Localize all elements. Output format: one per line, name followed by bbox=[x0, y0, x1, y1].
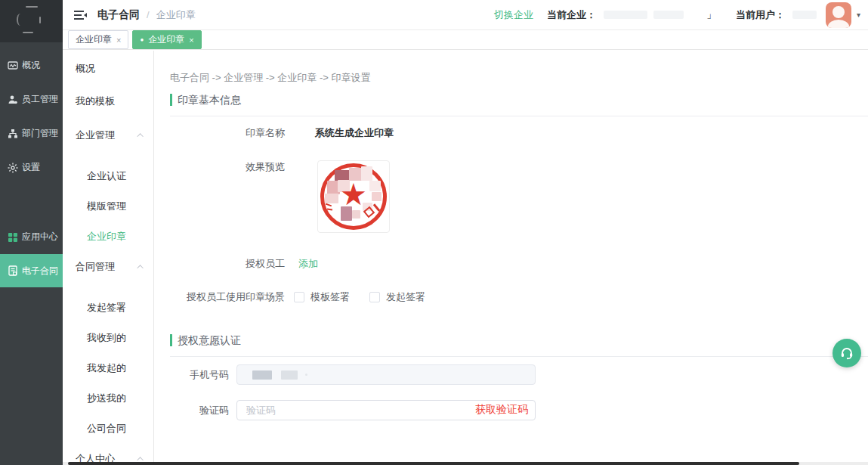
menu-item-label: 模版管理 bbox=[87, 200, 126, 213]
menu-item-cc-me[interactable]: 抄送我的 bbox=[63, 383, 153, 414]
company-logo bbox=[0, 0, 63, 42]
sidebar-item-label: 电子合同 bbox=[22, 265, 58, 277]
menu-item-initiated[interactable]: 我发起的 bbox=[63, 353, 153, 383]
current-user-label: 当前用户： bbox=[736, 8, 785, 22]
scene-label: 授权员工使用印章场景 bbox=[170, 290, 285, 304]
checkbox-label: 模板签署 bbox=[310, 290, 350, 304]
close-icon[interactable]: × bbox=[189, 36, 193, 45]
settings-icon bbox=[7, 162, 18, 173]
menu-item-label: 公司合同 bbox=[87, 422, 126, 436]
overview-icon bbox=[7, 60, 18, 71]
tab-enterprise-seal[interactable]: 企业印章 × bbox=[68, 30, 128, 49]
logo-mark bbox=[39, 17, 41, 23]
template-sign-checkbox[interactable] bbox=[294, 292, 304, 302]
company-name-suffix: 」 bbox=[706, 8, 716, 22]
menu-item-label: 我的模板 bbox=[76, 95, 115, 108]
menu-item-received[interactable]: 我收到的 bbox=[63, 323, 153, 353]
checkbox-group-template-sign: 模板签署 bbox=[294, 290, 350, 304]
avatar-body-shape bbox=[828, 20, 849, 28]
menu-item-initiate-signing[interactable]: 发起签署 bbox=[63, 293, 153, 323]
phone-input-disabled bbox=[236, 364, 536, 385]
menu-item-label: 合同管理 bbox=[76, 260, 115, 274]
sidebar-item-label: 概况 bbox=[22, 59, 40, 72]
form-row-code: 验证码 获取验证码 bbox=[170, 400, 868, 420]
menu-item-company-contracts[interactable]: 公司合同 bbox=[63, 414, 153, 444]
menu-item-overview[interactable]: 概况 bbox=[63, 54, 153, 84]
menu-item-label: 企业管理 bbox=[76, 129, 115, 142]
tab-label: 企业印章 bbox=[148, 33, 184, 46]
avatar-head-shape bbox=[832, 6, 845, 18]
divider bbox=[170, 116, 868, 116]
primary-nav: 概况 员工管理 部门管理 设置 bbox=[0, 42, 63, 287]
switch-company-link[interactable]: 切换企业 bbox=[494, 8, 533, 22]
tab-label: 企业印章 bbox=[76, 33, 112, 46]
redacted-user-name bbox=[792, 11, 817, 19]
menu-item-label: 企业印章 bbox=[87, 230, 126, 243]
e-contract-icon bbox=[7, 265, 18, 277]
scrollbar-thumb[interactable] bbox=[68, 462, 799, 465]
sidebar-item-label: 应用中心 bbox=[22, 231, 58, 243]
menu-item-label: 我发起的 bbox=[87, 361, 126, 375]
sidebar-item-employees[interactable]: 员工管理 bbox=[0, 82, 63, 116]
menu-item-my-templates[interactable]: 我的模板 bbox=[63, 86, 153, 116]
sidebar-item-e-contract[interactable]: 电子合同 bbox=[0, 254, 63, 287]
menu-item-label: 概况 bbox=[76, 62, 95, 76]
app-window: 概况 员工管理 部门管理 设置 bbox=[0, 0, 868, 465]
menu-item-enterprise-management[interactable]: 企业管理 bbox=[63, 120, 153, 150]
checkbox-label: 发起签署 bbox=[386, 290, 425, 304]
chevron-up-icon bbox=[137, 133, 143, 139]
menu-item-label: 发起签署 bbox=[87, 301, 126, 315]
sidebar-item-label: 部门管理 bbox=[22, 127, 58, 140]
checkbox-group-initiate-sign: 发起签署 bbox=[369, 290, 425, 304]
seal-preview-image: ★ bbox=[317, 160, 390, 233]
code-input-wrap: 获取验证码 bbox=[236, 400, 536, 420]
sidebar-item-label: 设置 bbox=[22, 161, 40, 174]
sidebar-item-settings[interactable]: 设置 bbox=[0, 150, 63, 184]
primary-sidebar: 概况 员工管理 部门管理 设置 bbox=[0, 0, 63, 465]
breadcrumb-current-page: 企业印章 bbox=[156, 8, 196, 22]
user-avatar[interactable] bbox=[826, 2, 851, 28]
customer-service-button[interactable] bbox=[832, 339, 861, 367]
seal-mosaic-block bbox=[352, 210, 360, 219]
menu-item-template-management[interactable]: 模版管理 bbox=[63, 191, 153, 222]
redacted-phone-block bbox=[305, 374, 307, 376]
sidebar-item-overview[interactable]: 概况 bbox=[0, 48, 63, 82]
collapse-menu-icon[interactable] bbox=[73, 9, 88, 21]
horizontal-scrollbar bbox=[63, 462, 868, 465]
get-code-button[interactable]: 获取验证码 bbox=[475, 403, 528, 417]
menu-item-label: 企业认证 bbox=[87, 169, 126, 183]
authorized-staff-label: 授权员工 bbox=[170, 257, 285, 271]
form-row-phone: 手机号码 bbox=[170, 364, 868, 385]
chevron-up-icon bbox=[137, 265, 143, 271]
redacted-company-name bbox=[653, 11, 684, 19]
employees-icon bbox=[7, 94, 18, 105]
preview-label: 效果预览 bbox=[170, 160, 285, 174]
sidebar-item-departments[interactable]: 部门管理 bbox=[0, 116, 63, 150]
section-title-seal-info: 印章基本信息 bbox=[170, 94, 868, 106]
breadcrumb-separator: / bbox=[147, 9, 150, 20]
menu-item-enterprise-certification[interactable]: 企业认证 bbox=[63, 161, 153, 191]
menu-item-contract-management[interactable]: 合同管理 bbox=[63, 252, 153, 282]
close-icon[interactable]: × bbox=[116, 36, 121, 45]
add-staff-link[interactable]: 添加 bbox=[298, 257, 318, 271]
seal-name-value: 系统生成企业印章 bbox=[315, 126, 394, 140]
seal-name-label: 印章名称 bbox=[170, 126, 285, 140]
header-app-title: 电子合同 bbox=[97, 8, 140, 22]
initiate-sign-checkbox[interactable] bbox=[369, 292, 380, 302]
headset-icon bbox=[839, 346, 854, 361]
menu-item-label: 抄送我的 bbox=[87, 392, 126, 405]
tab-enterprise-seal-active[interactable]: ● 企业印章 × bbox=[132, 30, 201, 49]
header-right-group: 切换企业 当前企业： 」 当前用户： ▾ bbox=[494, 2, 860, 28]
form-row-seal-scene: 授权员工使用印章场景 模板签署 发起签署 bbox=[170, 290, 868, 304]
logo-mark bbox=[26, 6, 38, 8]
menu-item-enterprise-seal[interactable]: 企业印章 bbox=[63, 222, 153, 252]
sidebar-item-app-center[interactable]: 应用中心 bbox=[0, 220, 63, 254]
menu-item-label: 我收到的 bbox=[87, 331, 126, 345]
code-label: 验证码 bbox=[170, 404, 229, 417]
sidebar-item-label: 员工管理 bbox=[22, 93, 58, 106]
chevron-down-icon[interactable]: ▾ bbox=[857, 11, 860, 19]
phone-label: 手机号码 bbox=[170, 368, 229, 382]
app-center-icon bbox=[7, 231, 18, 243]
form-row-preview: 效果预览 ★ bbox=[170, 160, 868, 233]
active-dot-icon: ● bbox=[140, 36, 144, 43]
